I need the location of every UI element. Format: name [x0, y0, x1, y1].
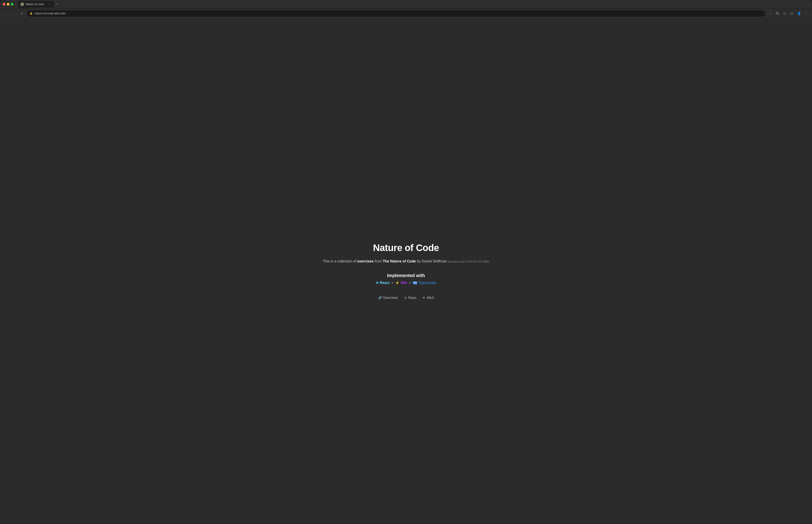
forward-button[interactable]: →	[11, 10, 17, 17]
bookmark-button[interactable]: ☆	[767, 10, 774, 17]
subtitle-start: This is a collection of	[323, 259, 357, 263]
exercises-icon: 🔗	[378, 296, 382, 299]
screenshot-button[interactable]: ⊡	[781, 10, 788, 17]
vite-icon: ⚡	[395, 281, 399, 285]
tech-vite: ⚡ Vite	[395, 281, 407, 285]
vite-label: Vite	[401, 281, 407, 285]
alic3-icon: ✦	[422, 296, 425, 299]
maximize-button[interactable]	[11, 3, 14, 5]
links-section: 🔗 Exercises ⊙ Repo ✦ Alic3	[378, 296, 434, 299]
browser-window: 🌿 Nature of Code × + ⌄ ← → ↻ 🔒 nature-of…	[0, 0, 812, 524]
title-bar: 🌿 Nature of Code × + ⌄	[0, 0, 812, 9]
new-tab-button[interactable]: +	[54, 1, 61, 7]
extensions-button[interactable]: 🔌	[774, 10, 781, 17]
implemented-section: Implemented with ⚛ React + ⚡ Vite + TS T…	[376, 273, 436, 285]
react-label: React	[380, 281, 390, 285]
repo-icon: ⊙	[404, 296, 407, 299]
split-view-button[interactable]: ⊟	[789, 10, 795, 17]
alic3-link[interactable]: ✦ Alic3	[422, 296, 434, 299]
implemented-title: Implemented with	[387, 273, 425, 278]
menu-button[interactable]: ⋮	[803, 10, 809, 17]
subtitle: This is a collection of exercises from T…	[323, 259, 489, 264]
subtitle-from: from	[375, 259, 382, 263]
traffic-lights	[3, 3, 14, 5]
tab-bar: 🌿 Nature of Code × + ⌄	[18, 1, 809, 7]
reload-button[interactable]: ↻	[19, 10, 25, 17]
close-button[interactable]	[3, 3, 5, 5]
tech-stack: ⚛ React + ⚡ Vite + TS Typescript	[376, 281, 436, 285]
alic3-label: Alic3	[427, 296, 434, 299]
subtitle-book: The Nature of Code	[383, 259, 416, 263]
subtitle-by: by Daniel Shiffman	[417, 259, 447, 263]
url-text: nature-of-code.alic3.dev	[35, 12, 763, 15]
react-icon: ⚛	[376, 281, 379, 285]
security-icon: 🔒	[30, 12, 33, 15]
tech-react: ⚛ React	[376, 281, 390, 285]
typescript-label: Typescript	[418, 281, 436, 285]
plus-1: +	[392, 281, 394, 285]
tech-typescript: TS Typescript	[413, 281, 436, 285]
address-bar[interactable]: 🔒 nature-of-code.alic3.dev	[27, 10, 765, 17]
tab-close-button[interactable]: ×	[48, 3, 51, 6]
subtitle-license: (licensed under CC BY-NC 4.0 🅭🅯🄯)	[448, 260, 489, 263]
page-content: Nature of Code This is a collection of e…	[0, 18, 812, 524]
subtitle-exercises: exercises	[357, 259, 374, 263]
hero-section: Nature of Code This is a collection of e…	[323, 243, 489, 299]
plus-2: +	[409, 281, 411, 285]
repo-link[interactable]: ⊙ Repo	[404, 296, 416, 299]
navigation-bar: ← → ↻ 🔒 nature-of-code.alic3.dev ☆ 🔌 ⊡ ⊟…	[0, 9, 812, 18]
active-tab[interactable]: 🌿 Nature of Code ×	[18, 1, 54, 7]
browser-actions: ☆ 🔌 ⊡ ⊟ 👤 ⋮	[767, 10, 809, 17]
exercises-label: Exercises	[383, 296, 398, 299]
exercises-link[interactable]: 🔗 Exercises	[378, 296, 398, 299]
repo-label: Repo	[408, 296, 416, 299]
minimize-button[interactable]	[7, 3, 10, 5]
page-title: Nature of Code	[373, 243, 439, 253]
back-button[interactable]: ←	[3, 10, 9, 17]
typescript-icon: TS	[413, 281, 417, 284]
tab-favicon: 🌿	[21, 3, 24, 6]
tab-title: Nature of Code	[26, 3, 46, 6]
tab-dropdown-button[interactable]: ⌄	[807, 2, 809, 6]
profile-button[interactable]: 👤	[796, 10, 802, 17]
